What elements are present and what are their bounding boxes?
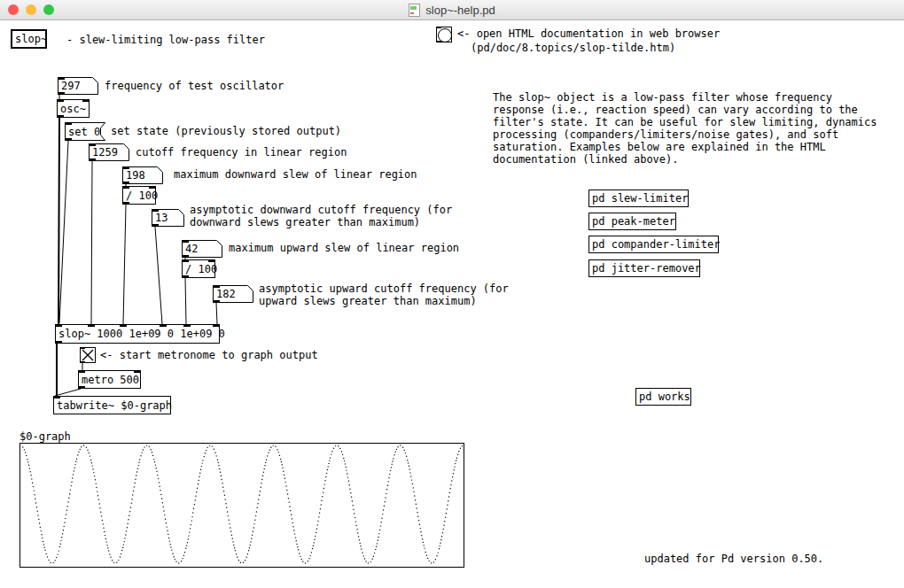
description-line: The slop~ object is a low-pass filter wh… (493, 91, 832, 104)
graph-canvas[interactable] (19, 443, 464, 568)
subpatch-label: pd peak-meter (592, 213, 675, 229)
up-slew-comment: maximum upward slew of linear region (229, 242, 459, 254)
inlet-nub (134, 370, 141, 373)
outlet-nub (213, 300, 220, 303)
outlet-nub (152, 224, 159, 227)
up-asym-comment-line1: asymptotic upward cutoff frequency (for (259, 282, 509, 295)
set-state-comment: set state (previously stored output) (111, 125, 341, 137)
doc-comment-line2: (pd/doc/8.topics/slop-tilde.htm) (471, 42, 675, 54)
inlet-nub (182, 259, 189, 262)
description-line: documentation (linked above). (493, 153, 679, 166)
outlet-nub (182, 275, 189, 278)
object-tabwrite: tabwrite~ $0-graph (53, 396, 171, 414)
inlet-nub (436, 27, 441, 28)
graph-label: $0-graph (19, 430, 71, 443)
subpatch-jitter-remover[interactable]: pd jitter-remover (588, 259, 700, 277)
inlet-nub (122, 186, 129, 189)
doc-comment-line1: <- open HTML documentation in web browse… (457, 27, 720, 40)
inlet-nub (78, 370, 85, 373)
number-box-down-slew[interactable]: 198 (122, 166, 163, 184)
object-label: / 100 (185, 261, 217, 277)
down-slew-comment: maximum downward slew of linear region (174, 168, 417, 181)
description-line: processing (companders/limiters/noise ga… (493, 128, 838, 141)
outlet-nub (122, 202, 129, 205)
outlet-nub (89, 159, 96, 161)
object-slop-main: slop~ 1000 1e+09 0 1e+09 0 (55, 324, 220, 344)
bang-circle-icon (438, 28, 452, 43)
message-set-state[interactable]: set 0 (65, 122, 105, 141)
description-line: saturation. Examples below are explained… (493, 141, 826, 153)
inlet-nub (57, 99, 64, 102)
inlet-nub (208, 259, 215, 262)
object-slop-subject-label: slop~ (15, 31, 47, 47)
toggle-comment: <- start metronome to graph output (100, 349, 318, 361)
object-div100-up: / 100 (182, 259, 215, 278)
inlet-nub (160, 324, 167, 327)
number-box-down-asym[interactable]: 13 (152, 209, 184, 227)
subpatch-label: pd works (639, 389, 690, 405)
traffic-lights (8, 0, 54, 19)
cutoff-comment: cutoff frequency in linear region (136, 146, 347, 159)
object-metro: metro 500 (78, 370, 141, 389)
outlet-nub (58, 92, 65, 95)
inlet-nub (82, 99, 90, 102)
toggle-check-icon (82, 349, 94, 361)
object-osc: osc~ (57, 99, 90, 118)
inlet-nub (120, 324, 127, 327)
object-label: osc~ (60, 101, 86, 117)
object-label: / 100 (126, 188, 158, 204)
inlet-nub (213, 285, 220, 288)
open-docs-bang-button[interactable] (436, 27, 452, 43)
inlet-nub (65, 122, 72, 125)
window-title: slop~-help.pd (425, 4, 495, 17)
object-div100-down: / 100 (122, 186, 156, 205)
subpatch-slew-limiter[interactable]: pd slew-limiter (588, 190, 689, 207)
outlet-nub (122, 182, 129, 184)
inlet-nub (89, 143, 96, 146)
inlet-nub (149, 186, 156, 189)
number-box-frequency[interactable]: 297 (58, 77, 98, 95)
outlet-nub (55, 341, 62, 344)
waveform-plot (20, 444, 464, 567)
object-label: metro 500 (82, 372, 139, 388)
object-label: slop~ 1000 1e+09 0 1e+09 0 (58, 326, 225, 342)
inlet-nub (88, 324, 95, 327)
down-asym-comment-line1: asymptotic downward cutoff frequency (fo… (190, 204, 452, 216)
inlet-nub (122, 166, 129, 169)
subpatch-label: pd slew-limiter (592, 190, 688, 206)
message-label: set 0 (68, 124, 100, 140)
document-icon (409, 4, 420, 17)
inlet-nub (183, 324, 191, 327)
number-value: 1259 (92, 144, 118, 160)
outlet-nub (57, 115, 64, 118)
inlet-nub (53, 396, 60, 398)
outlet-nub (65, 138, 72, 141)
subpatch-compander-limiter[interactable]: pd compander-limiter (588, 236, 719, 253)
subject-description: - slew-limiting low-pass filter (66, 34, 265, 46)
metronome-toggle[interactable] (80, 347, 96, 363)
close-button[interactable] (8, 4, 19, 15)
inlet-nub (182, 240, 189, 243)
object-label: tabwrite~ $0-graph (57, 398, 172, 414)
number-box-up-slew[interactable]: 42 (182, 240, 222, 258)
subpatch-works[interactable]: pd works (635, 388, 691, 406)
zoom-button[interactable] (43, 4, 54, 15)
down-asym-comment-line2: downward slews greater than maximum) (190, 216, 420, 228)
inlet-nub (58, 77, 65, 80)
number-box-cutoff[interactable]: 1259 (89, 143, 129, 161)
title-bar: slop~-help.pd (0, 0, 904, 20)
outlet-nub (80, 361, 85, 363)
outlet-nub (78, 386, 85, 389)
object-slop-subject: slop~ (11, 29, 47, 49)
frequency-comment: frequency of test oscillator (105, 80, 284, 92)
footer-version: updated for Pd version 0.50. (644, 553, 823, 565)
minimize-button[interactable] (26, 4, 36, 15)
patch-canvas: slop~-help.pd slop~ - slew-limiting low-… (0, 0, 904, 588)
number-box-up-asym[interactable]: 182 (213, 285, 253, 303)
outlet-nub (182, 255, 189, 258)
description-line: filter's state. It can be useful for sle… (493, 116, 877, 128)
subpatch-label: pd compander-limiter (592, 236, 721, 252)
subpatch-peak-meter[interactable]: pd peak-meter (588, 213, 676, 230)
inlet-nub (213, 324, 220, 327)
description-line: response (i.e., reaction speed) can vary… (493, 104, 858, 116)
